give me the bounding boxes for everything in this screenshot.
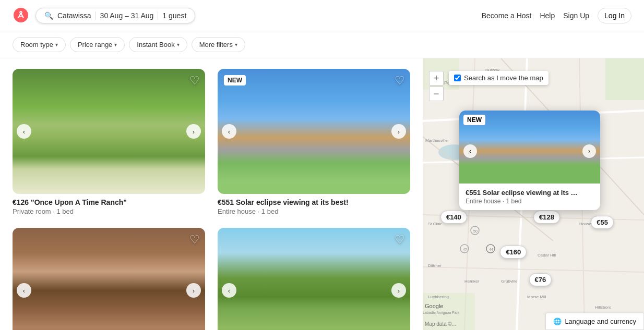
search-move-label: Search as I move the map bbox=[464, 74, 543, 82]
map-popup-card[interactable]: NEW ‹ › €551 Solar eclipse viewing at it… bbox=[459, 111, 600, 210]
room-type-label: Room type bbox=[20, 41, 53, 48]
listing-image bbox=[218, 228, 410, 330]
listing-title: €126 "Once Upon A Time Ranch" bbox=[13, 198, 205, 206]
listing-image bbox=[218, 69, 410, 194]
svg-text:Cedar Hill: Cedar Hill bbox=[538, 253, 556, 258]
svg-text:Morse Mill: Morse Mill bbox=[527, 295, 546, 299]
svg-text:50: 50 bbox=[473, 229, 478, 233]
map-controls: + − bbox=[429, 71, 444, 101]
more-filters-filter[interactable]: More filters ▾ bbox=[192, 37, 245, 52]
zoom-in-button[interactable]: + bbox=[429, 71, 444, 85]
prev-image-button[interactable]: ‹ bbox=[17, 283, 31, 298]
listing-info: €551 Solar eclipse viewing at its best! … bbox=[218, 194, 410, 215]
svg-text:Labadie Amiguoa Park: Labadie Amiguoa Park bbox=[423, 311, 460, 315]
language-currency-label: Language and currency bbox=[565, 317, 636, 325]
more-filters-chevron: ▾ bbox=[235, 42, 237, 47]
svg-text:47: 47 bbox=[463, 248, 467, 251]
prev-image-button[interactable]: ‹ bbox=[17, 124, 31, 139]
google-logo: Google bbox=[425, 303, 443, 309]
listing-image-wrap: ♡ ‹ › bbox=[13, 69, 205, 194]
svg-text:44: 44 bbox=[489, 248, 493, 251]
search-location: Catawissa bbox=[57, 11, 91, 20]
svg-text:Grubville: Grubville bbox=[501, 279, 518, 284]
wishlist-button[interactable]: ♡ bbox=[189, 233, 200, 247]
wishlist-button[interactable]: ♡ bbox=[189, 74, 200, 88]
search-icon: 🔍 bbox=[44, 11, 53, 20]
search-divider bbox=[96, 11, 96, 20]
price-range-chevron: ▾ bbox=[114, 42, 117, 47]
map-price-pin[interactable]: €76 bbox=[529, 273, 552, 286]
instant-book-label: Instant Book bbox=[137, 41, 174, 48]
airbnb-logo[interactable] bbox=[13, 7, 29, 24]
svg-text:Dittmer: Dittmer bbox=[428, 263, 442, 268]
header: 🔍 Catawissa 30 Aug – 31 Aug 1 guest Beco… bbox=[0, 0, 644, 31]
listings-panel: ♡ ‹ › €126 "Once Upon A Time Ranch" Priv… bbox=[0, 58, 423, 330]
listing-image bbox=[13, 69, 205, 194]
search-divider-2 bbox=[158, 11, 158, 20]
login-button[interactable]: Log In bbox=[598, 8, 631, 23]
map-price-pin[interactable]: €160 bbox=[500, 246, 527, 259]
header-left: 🔍 Catawissa 30 Aug – 31 Aug 1 guest bbox=[13, 7, 195, 24]
listing-card[interactable]: ♡ ‹ › €126 "Once Upon A Time Ranch" Priv… bbox=[13, 69, 205, 215]
listing-info: €126 "Once Upon A Time Ranch" Private ro… bbox=[13, 194, 205, 215]
next-image-button[interactable]: › bbox=[186, 283, 201, 298]
prev-image-button[interactable]: ‹ bbox=[222, 124, 236, 139]
listing-card[interactable]: ♡ ‹ › bbox=[13, 228, 205, 330]
room-type-chevron: ▾ bbox=[55, 42, 58, 47]
popup-info: €551 Solar eclipse viewing at its … Enti… bbox=[459, 184, 600, 210]
wishlist-button[interactable]: ♡ bbox=[395, 233, 405, 247]
become-host-link[interactable]: Become a Host bbox=[482, 11, 532, 20]
filters-bar: Room type ▾ Price range ▾ Instant Book ▾… bbox=[0, 31, 644, 58]
instant-book-chevron: ▾ bbox=[177, 42, 180, 47]
svg-text:St Clair: St Clair bbox=[428, 222, 442, 226]
prev-image-button[interactable]: ‹ bbox=[222, 283, 236, 298]
header-nav: Become a Host Help Sign Up Log In bbox=[482, 8, 631, 23]
listing-image bbox=[13, 228, 205, 330]
listing-subtitle: Private room · 1 bed bbox=[13, 207, 205, 215]
listing-image-wrap: ♡ ‹ › bbox=[13, 228, 205, 330]
listing-card[interactable]: ♡ ‹ › bbox=[218, 228, 410, 330]
svg-text:Hillsboro: Hillsboro bbox=[595, 305, 612, 310]
instant-book-filter[interactable]: Instant Book ▾ bbox=[129, 37, 187, 52]
price-range-label: Price range bbox=[78, 41, 112, 48]
svg-text:Marthasville: Marthasville bbox=[425, 138, 448, 143]
room-type-filter[interactable]: Room type ▾ bbox=[13, 37, 66, 52]
price-range-filter[interactable]: Price range ▾ bbox=[70, 37, 125, 52]
svg-text:Luebbering: Luebbering bbox=[428, 295, 449, 299]
language-currency-button[interactable]: 🌐 Language and currency bbox=[545, 313, 644, 330]
main-content: ♡ ‹ › €126 "Once Upon A Time Ranch" Priv… bbox=[0, 58, 644, 330]
popup-title: €551 Solar eclipse viewing at its … bbox=[466, 189, 594, 197]
map-panel[interactable]: St Peters Dutzow Marthasville Robertsvil… bbox=[423, 58, 644, 330]
zoom-out-button[interactable]: − bbox=[429, 87, 444, 101]
next-image-button[interactable]: › bbox=[391, 124, 406, 139]
listing-image-wrap: NEW ♡ ‹ › bbox=[218, 69, 410, 194]
search-dates: 30 Aug – 31 Aug bbox=[100, 11, 154, 20]
wishlist-button[interactable]: ♡ bbox=[395, 74, 405, 88]
help-link[interactable]: Help bbox=[540, 11, 555, 20]
listing-subtitle: Entire house · 1 bed bbox=[218, 207, 410, 215]
more-filters-label: More filters bbox=[199, 41, 233, 48]
map-price-pin[interactable]: €55 bbox=[591, 216, 614, 229]
search-guests: 1 guest bbox=[162, 11, 186, 20]
popup-next-button[interactable]: › bbox=[582, 144, 596, 158]
next-image-button[interactable]: › bbox=[186, 124, 201, 139]
new-badge: NEW bbox=[224, 75, 246, 85]
map-price-pin[interactable]: €128 bbox=[533, 211, 560, 224]
svg-rect-11 bbox=[605, 58, 644, 100]
next-image-button[interactable]: › bbox=[391, 283, 406, 298]
listing-image-wrap: ♡ ‹ › bbox=[218, 228, 410, 330]
search-move-checkbox[interactable] bbox=[454, 75, 461, 81]
listing-title: €551 Solar eclipse viewing at its best! bbox=[218, 198, 410, 206]
svg-text:Hemker: Hemker bbox=[464, 279, 479, 284]
signup-link[interactable]: Sign Up bbox=[563, 11, 589, 20]
popup-prev-button[interactable]: ‹ bbox=[463, 144, 477, 158]
map-price-pin[interactable]: €140 bbox=[440, 211, 467, 224]
search-bar[interactable]: 🔍 Catawissa 30 Aug – 31 Aug 1 guest bbox=[35, 8, 195, 23]
popup-badge: NEW bbox=[463, 115, 485, 125]
globe-icon: 🌐 bbox=[553, 317, 562, 325]
search-as-i-move[interactable]: Search as I move the map bbox=[449, 71, 548, 85]
listing-card[interactable]: NEW ♡ ‹ › €551 Solar eclipse viewing at … bbox=[218, 69, 410, 215]
map-data-text: Map data ©... bbox=[425, 321, 456, 327]
popup-subtitle: Entire house · 1 bed bbox=[466, 198, 594, 205]
